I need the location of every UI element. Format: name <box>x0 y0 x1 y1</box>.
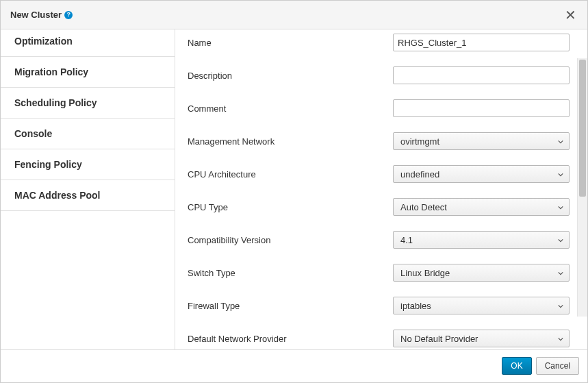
row-description: Description <box>188 66 575 84</box>
dialog-footer: OK Cancel <box>1 349 587 382</box>
row-default-net-provider: Default Network Provider No Default Prov… <box>188 330 575 347</box>
select-value: iptables <box>400 301 431 311</box>
sidebar-item-label: Migration Policy <box>14 66 88 77</box>
select-value: Linux Bridge <box>400 268 450 278</box>
sidebar-item-console[interactable]: Console <box>1 119 175 149</box>
vertical-scrollbar[interactable] <box>577 58 587 317</box>
row-compat-version: Compatibility Version 4.1 <box>188 231 575 249</box>
chevron-down-icon <box>558 169 563 180</box>
sidebar: Optimization Migration Policy Scheduling… <box>1 29 175 349</box>
sidebar-item-label: Scheduling Policy <box>14 97 97 108</box>
label-name: Name <box>188 38 393 48</box>
sidebar-item-optimization[interactable]: Optimization <box>1 29 175 57</box>
label-firewall-type: Firewall Type <box>188 301 393 311</box>
cpu-arch-select[interactable]: undefined <box>393 165 570 183</box>
dialog-title-text: New Cluster <box>10 10 62 20</box>
dialog-title: New Cluster ? <box>10 10 73 20</box>
default-net-provider-select[interactable]: No Default Provider <box>393 330 570 347</box>
chevron-down-icon <box>558 301 563 311</box>
name-input[interactable] <box>393 34 570 51</box>
select-value: No Default Provider <box>400 334 478 344</box>
new-cluster-dialog: New Cluster ? ✕ Optimization Migration P… <box>0 0 588 383</box>
label-default-net-provider: Default Network Provider <box>188 334 393 344</box>
label-description: Description <box>188 71 393 81</box>
cpu-type-select[interactable]: Auto Detect <box>393 198 570 216</box>
switch-type-select[interactable]: Linux Bridge <box>393 264 570 282</box>
form-content: Name Description Comment Management Netw… <box>175 29 587 349</box>
sidebar-item-label: Optimization <box>14 36 73 47</box>
ok-button[interactable]: OK <box>502 357 531 375</box>
sidebar-item-mac-address-pool[interactable]: MAC Address Pool <box>1 180 175 211</box>
sidebar-item-label: Console <box>14 128 52 139</box>
chevron-down-icon <box>558 202 563 212</box>
row-cpu-arch: CPU Architecture undefined <box>188 165 575 183</box>
sidebar-item-label: Fencing Policy <box>14 159 82 170</box>
select-value: 4.1 <box>400 235 413 245</box>
label-compat-version: Compatibility Version <box>188 235 393 245</box>
label-switch-type: Switch Type <box>188 268 393 278</box>
label-cpu-type: CPU Type <box>188 202 393 212</box>
firewall-type-select[interactable]: iptables <box>393 297 570 314</box>
sidebar-item-scheduling-policy[interactable]: Scheduling Policy <box>1 88 175 119</box>
dialog-header: New Cluster ? ✕ <box>1 1 587 29</box>
help-icon[interactable]: ? <box>64 11 73 19</box>
chevron-down-icon <box>558 136 563 147</box>
cancel-button[interactable]: Cancel <box>536 357 579 375</box>
dialog-body: Optimization Migration Policy Scheduling… <box>1 29 587 349</box>
row-comment: Comment <box>188 99 575 117</box>
row-switch-type: Switch Type Linux Bridge <box>188 264 575 282</box>
row-mgmt-network: Management Network ovirtmgmt <box>188 132 575 150</box>
sidebar-item-migration-policy[interactable]: Migration Policy <box>1 57 175 88</box>
label-mgmt-network: Management Network <box>188 136 393 147</box>
label-comment: Comment <box>188 103 393 114</box>
chevron-down-icon <box>558 235 563 245</box>
select-value: ovirtmgmt <box>400 136 439 147</box>
select-value: Auto Detect <box>400 202 447 212</box>
row-cpu-type: CPU Type Auto Detect <box>188 198 575 216</box>
chevron-down-icon <box>558 268 563 278</box>
sidebar-item-fencing-policy[interactable]: Fencing Policy <box>1 149 175 180</box>
sidebar-item-label: MAC Address Pool <box>14 190 101 201</box>
comment-input[interactable] <box>393 99 570 117</box>
chevron-down-icon <box>558 334 563 344</box>
row-name: Name <box>188 34 575 51</box>
select-value: undefined <box>400 169 439 180</box>
close-icon: ✕ <box>565 8 576 23</box>
row-firewall-type: Firewall Type iptables <box>188 297 575 314</box>
scrollbar-thumb[interactable] <box>579 60 586 197</box>
description-input[interactable] <box>393 66 570 84</box>
compat-version-select[interactable]: 4.1 <box>393 231 570 249</box>
close-button[interactable]: ✕ <box>563 8 578 22</box>
label-cpu-arch: CPU Architecture <box>188 169 393 180</box>
mgmt-network-select[interactable]: ovirtmgmt <box>393 132 570 150</box>
